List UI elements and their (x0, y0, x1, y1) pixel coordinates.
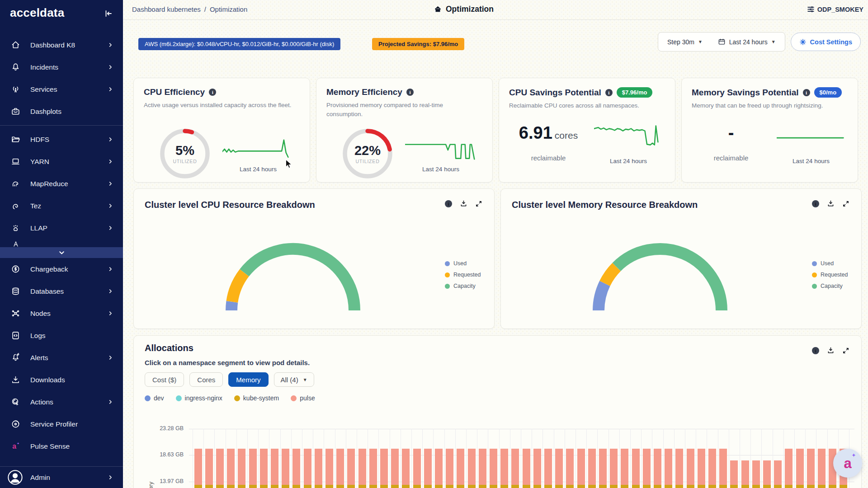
sidebar-item-nodes[interactable]: Nodes (0, 302, 123, 324)
bar-segment-kube-system[interactable] (304, 485, 311, 488)
legend-item-dev[interactable]: dev (145, 394, 164, 402)
namespace-bar[interactable] (698, 449, 705, 488)
namespace-bar[interactable] (500, 449, 508, 488)
bar-segment-kube-system[interactable] (468, 485, 476, 488)
bar-segment-kube-system[interactable] (238, 485, 245, 488)
namespace-bar[interactable] (708, 449, 716, 488)
bar-segment-pulse[interactable] (413, 449, 421, 485)
bar-segment-pulse[interactable] (687, 449, 694, 485)
info-icon[interactable]: i (803, 89, 810, 96)
bar-segment-pulse[interactable] (369, 449, 377, 485)
bar-segment-pulse[interactable] (304, 449, 311, 485)
bar-segment-pulse[interactable] (533, 449, 541, 485)
sidebar-item-mapreduce[interactable]: MapReduce (0, 173, 123, 195)
bar-segment-kube-system[interactable] (632, 485, 640, 488)
legend-item-kube-system[interactable]: kube-system (234, 394, 279, 402)
bar-segment-kube-system[interactable] (326, 485, 333, 488)
date-range-select[interactable]: Last 24 hours ▼ (718, 38, 776, 46)
info-icon[interactable]: i (812, 200, 819, 207)
bar-segment-kube-system[interactable] (741, 485, 749, 488)
bar-segment-pulse[interactable] (523, 449, 530, 485)
namespace-bar[interactable] (665, 449, 672, 488)
namespace-bar[interactable] (216, 449, 224, 488)
bar-segment-pulse[interactable] (544, 449, 552, 485)
sidebar-item-services[interactable]: Services (0, 78, 123, 100)
namespace-bar[interactable] (774, 460, 782, 488)
bar-segment-kube-system[interactable] (479, 485, 486, 488)
namespace-bar[interactable] (523, 449, 530, 488)
bar-segment-pulse[interactable] (468, 449, 476, 485)
namespace-bar[interactable] (632, 449, 640, 488)
bar-segment-kube-system[interactable] (315, 485, 322, 488)
namespace-bar[interactable] (194, 449, 202, 488)
namespace-bar[interactable] (347, 449, 355, 488)
bar-segment-kube-system[interactable] (490, 485, 497, 488)
namespace-bar[interactable] (435, 449, 443, 488)
namespace-bar[interactable] (336, 449, 344, 488)
namespace-bar[interactable] (446, 449, 453, 488)
info-icon[interactable]: i (209, 89, 216, 96)
namespace-bar[interactable] (249, 449, 257, 488)
bar-segment-pulse[interactable] (698, 449, 705, 485)
sidebar-item-service-profiler[interactable]: Service Profiler (0, 413, 123, 435)
namespace-bar[interactable] (413, 449, 421, 488)
bar-segment-pulse[interactable] (238, 449, 245, 485)
bar-segment-pulse[interactable] (336, 449, 344, 485)
sidebar-item-chargeback[interactable]: Chargeback (0, 258, 123, 280)
bar-segment-pulse[interactable] (675, 449, 683, 485)
namespace-bar[interactable] (741, 460, 749, 488)
bar-segment-kube-system[interactable] (785, 485, 793, 488)
namespace-bar[interactable] (479, 449, 486, 488)
bar-segment-pulse[interactable] (654, 449, 661, 485)
namespace-bar[interactable] (511, 449, 519, 488)
bar-segment-kube-system[interactable] (665, 485, 672, 488)
bar-segment-pulse[interactable] (643, 449, 651, 485)
bar-segment-pulse[interactable] (424, 449, 432, 485)
bar-segment-kube-system[interactable] (818, 485, 826, 488)
namespace-bar[interactable] (643, 449, 651, 488)
bar-segment-pulse[interactable] (588, 449, 596, 485)
info-icon[interactable]: i (406, 89, 414, 96)
namespace-bar[interactable] (292, 449, 300, 488)
namespace-bar[interactable] (490, 449, 497, 488)
namespace-bar[interactable] (227, 449, 235, 488)
bar-segment-pulse[interactable] (380, 449, 388, 485)
bar-segment-pulse[interactable] (359, 449, 366, 485)
bar-segment-kube-system[interactable] (336, 485, 344, 488)
bar-segment-kube-system[interactable] (840, 485, 847, 488)
allocations-tab-cost[interactable]: Cost ($) (145, 372, 184, 387)
bar-segment-pulse[interactable] (577, 449, 585, 485)
info-icon[interactable]: i (812, 347, 819, 354)
bar-segment-pulse[interactable] (249, 449, 257, 485)
info-icon[interactable]: i (605, 89, 613, 96)
namespace-bar[interactable] (271, 449, 278, 488)
bar-segment-pulse[interactable] (632, 449, 640, 485)
pulse-assistant-fab[interactable]: a✦ (833, 449, 862, 478)
namespace-bar[interactable] (599, 449, 607, 488)
namespace-bar[interactable] (785, 449, 793, 488)
namespace-bar[interactable] (326, 449, 333, 488)
bar-segment-kube-system[interactable] (194, 485, 202, 488)
namespace-bar[interactable] (687, 449, 694, 488)
namespace-bar[interactable] (752, 460, 760, 488)
bar-segment-pulse[interactable] (271, 449, 278, 485)
namespace-bar[interactable] (544, 449, 552, 488)
bar-segment-pulse[interactable] (282, 449, 289, 485)
bar-segment-pulse[interactable] (807, 449, 815, 485)
namespace-bar[interactable] (238, 449, 245, 488)
bar-segment-pulse[interactable] (194, 449, 202, 485)
namespace-bar[interactable] (304, 449, 311, 488)
bar-segment-pulse[interactable] (763, 460, 771, 485)
bar-segment-pulse[interactable] (566, 449, 574, 485)
bar-segment-pulse[interactable] (227, 449, 235, 485)
bar-segment-kube-system[interactable] (577, 485, 585, 488)
bar-segment-kube-system[interactable] (675, 485, 683, 488)
bar-segment-kube-system[interactable] (249, 485, 257, 488)
bar-segment-pulse[interactable] (326, 449, 333, 485)
bar-segment-kube-system[interactable] (796, 485, 804, 488)
sidebar-item-dashboard-k8[interactable]: Dashboard K8 (0, 34, 123, 56)
bar-segment-kube-system[interactable] (763, 485, 771, 488)
namespace-bar[interactable] (260, 449, 268, 488)
bar-segment-pulse[interactable] (555, 449, 563, 485)
breadcrumb-root[interactable]: Dashboard kubernetes (132, 5, 201, 13)
